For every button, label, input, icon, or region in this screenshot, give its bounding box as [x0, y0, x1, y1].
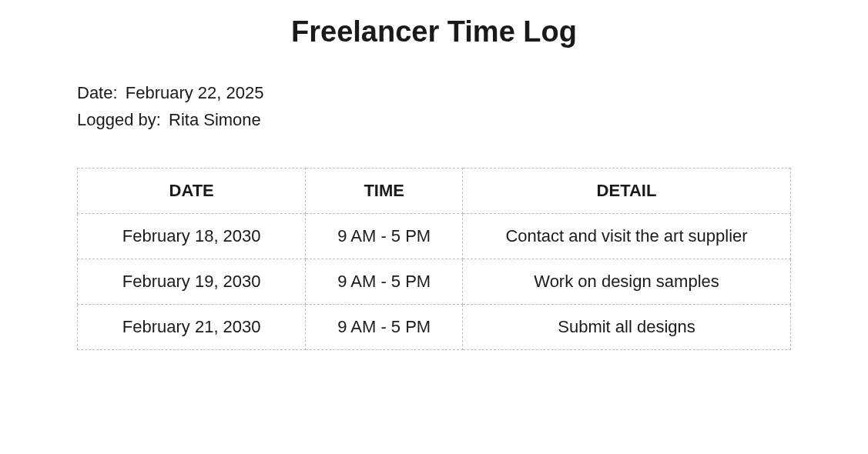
- cell-date: February 19, 2030: [78, 259, 306, 305]
- table-row: February 19, 2030 9 AM - 5 PM Work on de…: [78, 259, 791, 305]
- page-title: Freelancer Time Log: [77, 15, 791, 48]
- cell-time: 9 AM - 5 PM: [306, 305, 463, 350]
- cell-date: February 18, 2030: [78, 214, 306, 259]
- meta-loggedby-label: Logged by:: [77, 110, 161, 129]
- col-header-date: DATE: [78, 169, 306, 214]
- timelog-table: DATE TIME DETAIL February 18, 2030 9 AM …: [77, 168, 791, 350]
- col-header-detail: DETAIL: [463, 169, 791, 214]
- meta-block: Date: February 22, 2025 Logged by: Rita …: [77, 79, 791, 133]
- meta-loggedby-row: Logged by: Rita Simone: [77, 106, 791, 133]
- table-row: February 21, 2030 9 AM - 5 PM Submit all…: [78, 305, 791, 350]
- cell-detail: Submit all designs: [463, 305, 791, 350]
- meta-date-label: Date:: [77, 83, 118, 102]
- meta-date-value: February 22, 2025: [126, 83, 264, 102]
- cell-time: 9 AM - 5 PM: [306, 214, 463, 259]
- cell-time: 9 AM - 5 PM: [306, 259, 463, 305]
- cell-detail: Work on design samples: [463, 259, 791, 305]
- document-page: Freelancer Time Log Date: February 22, 2…: [0, 0, 868, 454]
- cell-detail: Contact and visit the art supplier: [463, 214, 791, 259]
- col-header-time: TIME: [306, 169, 463, 214]
- meta-date-row: Date: February 22, 2025: [77, 79, 791, 106]
- cell-date: February 21, 2030: [78, 305, 306, 350]
- table-row: February 18, 2030 9 AM - 5 PM Contact an…: [78, 214, 791, 259]
- meta-loggedby-value: Rita Simone: [169, 110, 261, 129]
- table-header-row: DATE TIME DETAIL: [78, 169, 791, 214]
